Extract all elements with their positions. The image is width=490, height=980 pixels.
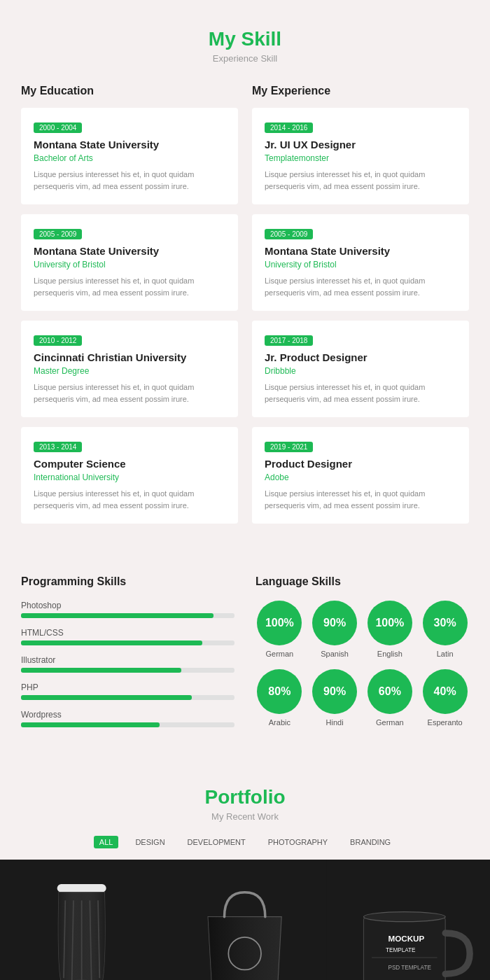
lang-circle-latin: 30% — [423, 601, 468, 645]
portfolio-section: Portfolio My Recent Work ALL DESIGN DEVE… — [0, 758, 490, 980]
lang-item-spanish: 90% Spanish — [311, 601, 359, 658]
exp-date-2: 2005 - 2009 — [265, 229, 313, 239]
lang-item-arabic: 80% Arabic — [255, 669, 304, 727]
filter-development[interactable]: DEVELOPMENT — [182, 836, 251, 848]
edu-card-2: 2005 - 2009 Montana State University Uni… — [21, 214, 238, 311]
edu-degree-4: International University — [34, 472, 225, 482]
edu-degree-3: Master Degree — [34, 366, 225, 376]
skill-photoshop-fill — [21, 613, 214, 618]
skill-html-track — [21, 640, 234, 645]
lang-item-german: 100% German — [255, 601, 304, 658]
lang-pct-german: 100% — [265, 617, 294, 629]
edu-school-1: Montana State University — [34, 139, 225, 150]
edu-school-4: Computer Science — [34, 458, 225, 470]
exp-company-3: Dribbble — [265, 366, 456, 376]
filter-design[interactable]: DESIGN — [130, 836, 170, 848]
skill-html-label: HTML/CSS — [21, 628, 234, 638]
edu-desc-3: Lisque persius interesset his et, in quo… — [34, 382, 225, 405]
skill-illustrator-fill — [21, 668, 181, 673]
education-title: My Education — [21, 85, 238, 97]
edu-date-1: 2000 - 2004 — [34, 122, 82, 133]
exp-date-3: 2017 - 2018 — [265, 335, 313, 346]
portfolio-title: Portfolio — [0, 786, 490, 808]
language-skills: Language Skills 100% German 90% Spanish — [255, 575, 469, 737]
exp-desc-3: Lisque persius interesset his et, in quo… — [265, 382, 456, 405]
lang-label-arabic: Arabic — [269, 718, 290, 727]
svg-rect-1 — [57, 884, 106, 892]
skill-subtitle: Experience Skill — [21, 53, 469, 64]
lang-skills-title: Language Skills — [255, 575, 469, 588]
filter-all[interactable]: ALL — [94, 836, 119, 848]
lang-item-latin: 30% Latin — [421, 601, 469, 658]
experience-title: My Experience — [252, 85, 469, 97]
prog-skills-title: Programming Skills — [21, 575, 234, 588]
skill-php-fill — [21, 695, 192, 700]
edu-desc-4: Lisque persius interesset his et, in quo… — [34, 488, 225, 511]
edu-exp-grid: My Education 2000 - 2004 Montana State U… — [21, 85, 469, 533]
edu-date-2: 2005 - 2009 — [34, 229, 82, 239]
lang-circle-german: 100% — [257, 601, 302, 645]
edu-school-2: Montana State University — [34, 245, 225, 257]
svg-point-13 — [363, 912, 445, 922]
exp-card-2: 2005 - 2009 Montana State University Uni… — [252, 214, 469, 311]
skill-photoshop-track — [21, 613, 234, 618]
filter-branding[interactable]: BRANDING — [344, 836, 396, 848]
portfolio-item-cup[interactable] — [0, 860, 163, 980]
exp-card-1: 2014 - 2016 Jr. UI UX Designer Templatem… — [252, 108, 469, 204]
skill-wordpress-track — [21, 722, 234, 727]
exp-desc-4: Lisque persius interesset his et, in quo… — [265, 488, 456, 511]
skill-wordpress-label: Wordpress — [21, 710, 234, 720]
lang-pct-spanish: 90% — [323, 617, 346, 629]
edu-school-3: Cincinnati Christian University — [34, 351, 225, 363]
edu-date-4: 2013 - 2014 — [34, 442, 82, 452]
skill-html-fill — [21, 640, 202, 645]
lang-pct-hindi: 90% — [323, 685, 346, 698]
portfolio-subtitle: My Recent Work — [0, 811, 490, 822]
skills-section: Programming Skills Photoshop HTML/CSS Il… — [0, 554, 490, 758]
edu-desc-2: Lisque persius interesset his et, in quo… — [34, 275, 225, 298]
lang-label-german: German — [266, 650, 294, 658]
portfolio-header: Portfolio My Recent Work — [0, 786, 490, 822]
skill-header: My Skill Experience Skill — [21, 28, 469, 64]
svg-text:TEMPLATE: TEMPLATE — [386, 947, 416, 953]
exp-company-1: Templatemonster — [265, 153, 456, 163]
lang-label-spanish: Spanish — [321, 650, 349, 658]
lang-item-hindi: 90% Hindi — [311, 669, 359, 727]
exp-desc-1: Lisque persius interesset his et, in quo… — [265, 169, 456, 192]
edu-degree-2: University of Bristol — [34, 260, 225, 270]
filter-bar: ALL DESIGN DEVELOPMENT PHOTOGRAPHY BRAND… — [0, 836, 490, 848]
edu-card-1: 2000 - 2004 Montana State University Bac… — [21, 108, 238, 204]
lang-label-english: English — [377, 650, 402, 658]
programming-skills: Programming Skills Photoshop HTML/CSS Il… — [21, 575, 234, 737]
filter-photography[interactable]: PHOTOGRAPHY — [262, 836, 333, 848]
exp-title-4: Product Designer — [265, 458, 456, 470]
exp-company-4: Adobe — [265, 472, 456, 482]
lang-label-german2: German — [376, 718, 404, 727]
skill-photoshop: Photoshop — [21, 601, 234, 618]
edu-card-4: 2013 - 2014 Computer Science Internation… — [21, 427, 238, 524]
exp-title-3: Jr. Product Designer — [265, 351, 456, 363]
lang-circle-english: 100% — [368, 601, 412, 645]
lang-item-german2: 60% German — [366, 669, 414, 727]
lang-circle-arabic: 80% — [257, 669, 302, 714]
portfolio-item-bag[interactable]: SHOPPING BAG — [163, 860, 326, 980]
portfolio-item-mug[interactable]: MOCKUP TEMPLATE PSD TEMPLATE — [327, 860, 490, 980]
skill-php-label: PHP — [21, 682, 234, 692]
exp-title-1: Jr. UI UX Designer — [265, 139, 456, 150]
edu-desc-1: Lisque persius interesset his et, in quo… — [34, 169, 225, 192]
experience-column: My Experience 2014 - 2016 Jr. UI UX Desi… — [252, 85, 469, 533]
skills-grid: Programming Skills Photoshop HTML/CSS Il… — [21, 575, 469, 737]
lang-pct-arabic: 80% — [268, 685, 290, 698]
lang-circle-spanish: 90% — [312, 601, 357, 645]
lang-label-esperanto: Esperanto — [428, 718, 463, 727]
lang-label-hindi: Hindi — [326, 718, 344, 727]
edu-card-3: 2010 - 2012 Cincinnati Christian Univers… — [21, 321, 238, 417]
edu-degree-1: Bachelor of Arts — [34, 153, 225, 163]
lang-circle-german2: 60% — [368, 669, 412, 714]
exp-card-4: 2019 - 2021 Product Designer Adobe Lisqu… — [252, 427, 469, 524]
lang-pct-esperanto: 40% — [434, 685, 456, 698]
lang-circle-esperanto: 40% — [423, 669, 468, 714]
skill-php-track — [21, 695, 234, 700]
portfolio-grid: SHOPPING BAG MOCKUP T — [0, 860, 490, 980]
edu-date-3: 2010 - 2012 — [34, 335, 82, 346]
